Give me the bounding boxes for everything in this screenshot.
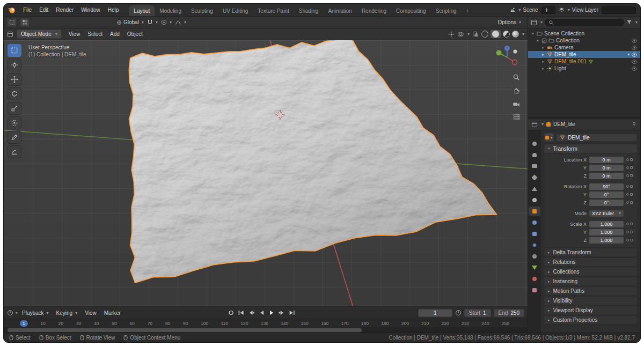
move-tool[interactable]: [8, 73, 21, 86]
menu-window[interactable]: Window: [77, 5, 104, 14]
rotation-z-field[interactable]: 0°: [589, 200, 624, 206]
scale-x-field[interactable]: 1.000: [589, 221, 624, 227]
tab-texture[interactable]: [529, 285, 540, 295]
play-button[interactable]: [267, 309, 276, 317]
outliner-row-dem-tile-001[interactable]: ▸ DEM_tile.001: [528, 58, 640, 65]
properties-editor-icon[interactable]: [531, 121, 538, 128]
tab-render[interactable]: [529, 150, 540, 159]
menu-render[interactable]: Render: [52, 5, 77, 14]
cursor-tool[interactable]: [8, 58, 21, 71]
section-relations[interactable]: ▸Relations: [544, 258, 637, 266]
show-overlays-icon[interactable]: [457, 31, 464, 38]
tab-modifiers[interactable]: [529, 218, 540, 227]
timeline-scrollbar-thumb[interactable]: [8, 328, 362, 332]
tab-physics[interactable]: [529, 240, 540, 249]
hide-eye-icon[interactable]: [631, 51, 638, 58]
shading-solid-icon[interactable]: [492, 31, 499, 38]
tab-sculpting[interactable]: Sculpting: [186, 5, 218, 16]
use-preview-range-icon[interactable]: [455, 310, 462, 316]
tab-world[interactable]: [529, 195, 540, 204]
section-motion-paths[interactable]: ▸Motion Paths: [544, 287, 637, 295]
mode-dropdown[interactable]: Object Mode ▾: [17, 30, 62, 39]
measure-tool[interactable]: [8, 145, 21, 158]
pan-hand-icon[interactable]: [513, 87, 520, 94]
outliner-search-input[interactable]: [545, 19, 624, 26]
sync-button[interactable]: [226, 309, 236, 317]
hide-eye-icon[interactable]: [631, 65, 638, 72]
filter-funnel-icon[interactable]: [626, 19, 632, 25]
section-collections[interactable]: ▸Collections: [544, 268, 637, 276]
tab-output[interactable]: [529, 161, 540, 171]
tab-scene[interactable]: [529, 184, 540, 193]
tab-modeling[interactable]: Modeling: [155, 5, 186, 16]
menu-view-timeline[interactable]: View: [82, 308, 100, 318]
outliner-row-scene-collection[interactable]: ▾ Scene Collection: [528, 30, 640, 37]
rotation-x-field[interactable]: 90°: [589, 183, 624, 190]
jump-to-start-button[interactable]: [237, 309, 246, 317]
tab-shading[interactable]: Shading: [294, 5, 324, 16]
camera-view-icon[interactable]: [513, 100, 520, 108]
location-x-field[interactable]: 0 m: [589, 157, 624, 163]
ortho-grid-icon[interactable]: [513, 114, 520, 121]
playhead[interactable]: 1: [20, 320, 28, 327]
prev-keyframe-button[interactable]: [247, 309, 256, 317]
outliner-row-dem-tile[interactable]: ▸ DEM_tile ▾: [528, 51, 640, 58]
hide-eye-icon[interactable]: [631, 45, 638, 51]
rotation-y-field[interactable]: 0°: [589, 192, 624, 198]
rotation-mode-dropdown[interactable]: XYZ Euler▾: [589, 210, 624, 217]
section-instancing[interactable]: ▸Instancing: [544, 277, 637, 285]
tab-object-data[interactable]: [529, 263, 540, 272]
menu-edit[interactable]: Edit: [35, 5, 52, 14]
show-gizmo-icon[interactable]: [448, 31, 455, 38]
view-layer-field[interactable]: [602, 6, 636, 14]
outliner-row-collection[interactable]: ▾ Collection: [528, 37, 640, 44]
snapping-dropdown[interactable]: ▾: [147, 19, 158, 25]
menu-view[interactable]: View: [65, 30, 84, 39]
tab-uv-editing[interactable]: UV Editing: [218, 5, 253, 16]
add-workspace-button[interactable]: +: [462, 5, 474, 16]
hide-eye-icon[interactable]: [631, 38, 638, 44]
menu-object[interactable]: Object: [123, 30, 147, 39]
pin-icon[interactable]: [631, 121, 637, 127]
section-viewport-display[interactable]: ▸Viewport Display: [544, 306, 637, 314]
tab-rendering[interactable]: Rendering: [357, 5, 391, 16]
falloff-dropdown[interactable]: ▾: [175, 20, 186, 25]
end-frame-field[interactable]: End250: [494, 309, 524, 317]
chevron-down-icon[interactable]: ▾: [627, 53, 630, 57]
terrain-mesh[interactable]: [4, 40, 528, 306]
shading-rendered-icon[interactable]: [512, 31, 519, 38]
tab-scripting[interactable]: Scripting: [431, 5, 462, 16]
tab-particles[interactable]: [529, 229, 540, 238]
menu-add[interactable]: Add: [106, 30, 123, 39]
scene-selector[interactable]: ▾ Scene: [509, 7, 538, 13]
viewport-canvas[interactable]: User Perspective (1) Collection | DEM_ti…: [4, 40, 528, 306]
transform-orientation-dropdown[interactable]: Global ▾: [116, 19, 144, 25]
tab-animation[interactable]: Animation: [323, 5, 356, 16]
rotate-tool[interactable]: [8, 87, 21, 100]
next-keyframe-button[interactable]: [277, 309, 287, 317]
menu-marker[interactable]: Marker: [101, 308, 124, 318]
timeline-scrollbar[interactable]: [4, 327, 528, 333]
section-custom-properties[interactable]: ▸Custom Properties: [544, 316, 637, 324]
timeline-ruler[interactable]: 1 10203040506070809010011012013014015016…: [4, 319, 528, 327]
checkbox-icon[interactable]: [541, 38, 547, 43]
outliner-row-light[interactable]: ▸ Light: [528, 65, 640, 72]
xray-toggle-icon[interactable]: [472, 31, 479, 38]
hide-eye-icon[interactable]: [631, 58, 638, 65]
menu-select[interactable]: Select: [84, 30, 106, 39]
tab-object[interactable]: [529, 207, 540, 216]
location-z-field[interactable]: 0 m: [589, 173, 624, 179]
transform-tool[interactable]: [8, 116, 21, 129]
object-id-dropdown[interactable]: ▾: [544, 133, 554, 142]
menu-help[interactable]: Help: [104, 5, 123, 14]
scale-y-field[interactable]: 1.000: [589, 229, 624, 235]
current-frame-field[interactable]: 1: [418, 309, 452, 317]
tab-texture-paint[interactable]: Texture Paint: [253, 5, 294, 16]
shading-wireframe-icon[interactable]: [481, 31, 488, 38]
tool-settings-toggle-icon[interactable]: [20, 18, 30, 27]
proportional-editing-dropdown[interactable]: ▾: [161, 19, 172, 25]
select-box-tool[interactable]: [8, 44, 21, 57]
outliner-editor-icon[interactable]: [531, 19, 537, 26]
tab-constraints[interactable]: [529, 252, 540, 261]
outliner-row-camera[interactable]: ▸ Camera: [528, 44, 640, 51]
